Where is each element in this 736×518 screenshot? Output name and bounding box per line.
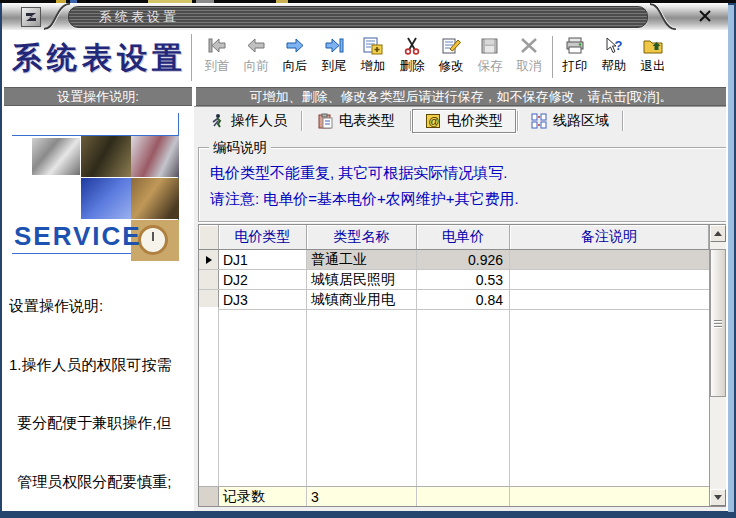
scroll-down-button[interactable] [710,489,726,506]
next-icon [283,34,307,58]
toolbar-button-label: 取消 [517,58,542,74]
header-divider [191,34,192,81]
window-body: 系统表设置 [2,3,728,511]
exit-button[interactable]: 退出 [634,34,672,82]
toolbar-button-label: 向前 [244,58,269,74]
table-row[interactable]: DJ1 普通工业 0.926 [199,250,709,270]
column-header[interactable]: 备注说明 [510,225,709,249]
tab-label: 操作人员 [231,112,287,130]
thumb-grip-icon [714,320,722,321]
column-header[interactable]: 电单价 [417,225,510,249]
thumb-grip-icon [714,323,722,324]
line-area-icon [531,113,547,129]
modify-icon [439,34,463,58]
cell-type-name[interactable]: 城镇居民照明 [307,270,417,289]
grid-body: 电价类型 类型名称 电单价 备注说明 DJ1 普通工业 0.926 [199,225,709,506]
note-line: 电价类型不能重复, 其它可根据实际情况填写. [210,160,726,186]
column-header[interactable]: 类型名称 [307,225,417,249]
toolbar-button-label: 修改 [439,58,464,74]
next-button[interactable]: 向后 [276,34,314,82]
column-header[interactable]: 电价类型 [219,225,307,249]
grid-indicator-header [199,225,219,249]
tab-separator [622,111,623,131]
tab-label: 电价类型 [447,112,503,130]
cell-remark[interactable] [510,270,709,289]
footer-cell [417,487,510,506]
price-type-icon: @ [425,113,441,129]
dialog-window: 系统表设置 [0,3,736,518]
tab-label: 电表类型 [339,112,395,130]
service-text: SERVICE [14,221,142,252]
cell-type-name[interactable]: 普通工业 [307,250,417,269]
cell-unit-price[interactable]: 0.926 [417,250,510,269]
add-button[interactable]: 增加 [354,34,392,82]
tab-label: 线路区域 [553,112,609,130]
close-icon [699,10,711,22]
sidebar: SERVICE 设置操作说明: 1.操作人员的权限可按需 要分配便于兼职操作,但… [4,107,192,511]
cancel-button[interactable]: 取消 [510,34,548,82]
print-icon [563,34,587,58]
close-button[interactable] [697,8,713,24]
meter-type-icon [317,113,333,129]
row-arrow-icon [206,256,212,264]
modify-button[interactable]: 修改 [432,34,470,82]
vertical-scrollbar[interactable] [709,225,726,506]
empty-cell [199,307,219,486]
screen: 系统表设置 [0,0,736,518]
toolbar-button-label: 保存 [478,58,503,74]
empty-cell [510,307,709,486]
groupbox-title: 编码说明 [209,139,271,157]
toolbar-button-label: 增加 [361,58,386,74]
previous-button[interactable]: 向前 [237,34,275,82]
tab-line-area[interactable]: 线路区域 [519,109,621,133]
svg-text:?: ? [615,38,623,53]
instruction-line: 设置操作说明: [9,296,192,316]
cell-price-type[interactable]: DJ1 [219,250,307,269]
goto-first-button[interactable]: 到首 [198,34,236,82]
record-count-label: 记录数 [219,487,307,506]
tab-price-type[interactable]: @ 电价类型 [412,109,516,133]
scrollbar-thumb[interactable] [710,249,726,397]
photo-pens [131,136,179,177]
print-button[interactable]: 打印 [556,34,594,82]
grid-header-row: 电价类型 类型名称 电单价 备注说明 [199,225,709,250]
window-border [728,5,734,512]
coding-note-groupbox: 编码说明 电价类型不能重复, 其它可根据实际情况填写. 请注意: 电单价=基本电… [198,147,726,222]
goto-last-button[interactable]: 到尾 [315,34,353,82]
info-bar: 可增加、删除、修改各类型后请进行保存，如不保存修改，请点击[取消]。 [196,87,726,106]
photo-pen [81,136,131,177]
save-button[interactable]: 保存 [471,34,509,82]
instruction-line: 管理员权限分配要慎重; [9,472,192,492]
toolbar: 到首 向前 向后 [198,34,673,82]
cell-unit-price[interactable]: 0.53 [417,270,510,289]
page-title: 系统表设置 [12,38,187,79]
service-collage: SERVICE [4,111,192,257]
help-button[interactable]: ? 帮助 [595,34,633,82]
photo-tool [32,138,80,175]
scroll-up-button[interactable] [710,225,726,242]
operator-icon [209,113,225,129]
current-row-indicator [199,250,219,269]
content-panel: 操作人员 电表类型 @ 电价类型 线路区域 [194,106,726,511]
toolbar-button-label: 打印 [563,58,588,74]
delete-button[interactable]: 删除 [393,34,431,82]
scroll-down-icon [714,495,722,500]
toolbar-button-label: 向后 [283,58,308,74]
goto-last-icon [322,34,346,58]
sidebar-caption-bar: 设置操作说明: [4,87,192,106]
tab-meter-type[interactable]: 电表类型 [303,109,409,133]
titlebar[interactable]: 系统表设置 [2,3,728,31]
tab-operators[interactable]: 操作人员 [196,109,300,133]
cell-remark[interactable] [510,250,709,269]
empty-cell [219,307,307,486]
table-row[interactable]: DJ2 城镇居民照明 0.53 [199,270,709,290]
delete-icon [400,34,424,58]
cell-price-type[interactable]: DJ2 [219,270,307,289]
empty-cell [307,307,417,486]
tab-bar: 操作人员 电表类型 @ 电价类型 线路区域 [196,108,624,134]
watch-face [138,225,168,255]
exit-icon [641,34,665,58]
instruction-line: 要分配便于兼职操作,但 [9,413,192,433]
toolbar-button-label: 退出 [641,58,666,74]
grid-empty-area [199,307,709,486]
